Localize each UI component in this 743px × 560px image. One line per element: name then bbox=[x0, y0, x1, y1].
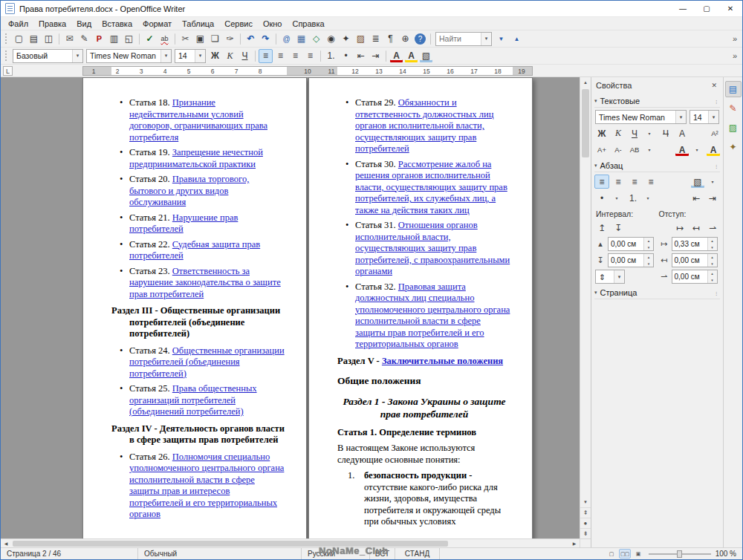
edit-mode-button[interactable]: ✎ bbox=[77, 32, 91, 46]
bold-button[interactable]: Ж bbox=[208, 49, 222, 63]
chevron-down-icon[interactable]: ▾ bbox=[195, 50, 205, 62]
spin-down-icon[interactable]: ▾ bbox=[708, 244, 717, 251]
redo-button[interactable]: ↷ bbox=[259, 32, 273, 46]
sb-bullet-list-button[interactable]: • bbox=[594, 191, 609, 205]
sb-first-line-indent-button[interactable]: ⇀ bbox=[705, 221, 720, 235]
find-replace-button[interactable]: ◉ bbox=[324, 32, 338, 46]
previous-page-button[interactable]: ⇞ bbox=[580, 507, 591, 518]
spin-up-icon[interactable]: ▴ bbox=[708, 270, 717, 277]
email-button[interactable]: ✉ bbox=[62, 32, 77, 46]
align-left-button[interactable]: ≡ bbox=[259, 49, 273, 63]
sb-strikethrough-button[interactable]: Ч bbox=[658, 126, 673, 140]
toolbar-overflow-button[interactable]: » bbox=[730, 51, 740, 60]
hyperlink-button[interactable]: @ bbox=[279, 32, 293, 46]
find-dropdown-arrow[interactable]: ▾ bbox=[481, 33, 491, 45]
status-page-style[interactable]: Обычный bbox=[138, 548, 302, 559]
sb-italic-button[interactable]: К bbox=[611, 126, 626, 140]
menu-window[interactable]: Окно bbox=[258, 18, 288, 30]
pdf-export-button[interactable]: P bbox=[92, 32, 106, 46]
sb-align-right-button[interactable]: ≡ bbox=[627, 175, 642, 189]
document-page-left[interactable]: Статья 18. Признание недействительными у… bbox=[82, 77, 307, 547]
sb-character-spacing-options-button[interactable]: ▾ bbox=[642, 143, 657, 157]
maximize-button[interactable]: ▢ bbox=[695, 1, 718, 16]
toc-link[interactable]: Заключительные положения bbox=[382, 356, 503, 366]
sidebar-tab-styles[interactable]: ✎ bbox=[725, 100, 742, 117]
chevron-down-icon[interactable]: ▾ bbox=[675, 111, 686, 123]
navigator-button[interactable]: ✦ bbox=[339, 32, 353, 46]
scroll-down-button[interactable]: ▼ bbox=[580, 497, 591, 507]
chevron-down-icon[interactable]: ▾ bbox=[160, 50, 171, 62]
sb-font-color-options-button[interactable]: ▾ bbox=[690, 143, 704, 157]
sb-numbered-list-options-button[interactable]: ▾ bbox=[640, 191, 655, 205]
align-right-button[interactable]: ≡ bbox=[288, 49, 302, 63]
chevron-down-icon[interactable]: ▾ bbox=[708, 111, 718, 123]
single-page-view-button[interactable]: ▢ bbox=[606, 549, 617, 559]
new-document-button[interactable]: ▢ bbox=[12, 32, 26, 46]
menu-help[interactable]: Справка bbox=[287, 18, 329, 30]
align-justify-button[interactable]: ≡ bbox=[303, 49, 317, 63]
minimize-button[interactable]: — bbox=[671, 1, 695, 16]
find-input[interactable] bbox=[436, 34, 481, 43]
section-header-character[interactable]: ▾ Текстовые ⋮ bbox=[594, 95, 720, 108]
sb-indent-increase-button[interactable]: ↦ bbox=[672, 221, 687, 235]
page-more-options-button[interactable]: ⋮ bbox=[712, 290, 720, 296]
zoom-level[interactable]: 100 % bbox=[716, 550, 742, 558]
sb-indent-decrease-button[interactable]: ↤ bbox=[689, 221, 704, 235]
sb-bold-button[interactable]: Ж bbox=[594, 126, 609, 140]
sb-font-color-button[interactable]: А bbox=[675, 143, 690, 157]
menu-edit[interactable]: Правка bbox=[33, 18, 71, 30]
indent-after-spinner[interactable]: 0,00 см ▴▾ bbox=[672, 253, 718, 267]
horizontal-scrollbar[interactable]: ◀ ▶ bbox=[1, 538, 580, 547]
spin-up-icon[interactable]: ▴ bbox=[644, 238, 653, 244]
sb-align-center-button[interactable]: ≡ bbox=[611, 175, 626, 189]
print-button[interactable]: ▥ bbox=[107, 32, 121, 46]
horizontal-scroll-track[interactable] bbox=[11, 539, 569, 547]
sb-superscript-button[interactable]: А² bbox=[707, 126, 722, 140]
open-button[interactable]: ▤ bbox=[27, 32, 41, 46]
paragraph-style-combo[interactable]: Базовый ▾ bbox=[13, 49, 83, 63]
copy-button[interactable]: ▣ bbox=[193, 32, 207, 46]
bullet-list-button[interactable]: • bbox=[339, 49, 353, 63]
status-page-number[interactable]: Страница 2 / 46 bbox=[1, 548, 138, 559]
help-button[interactable]: ? bbox=[415, 33, 426, 45]
navigation-button[interactable]: ● bbox=[580, 518, 591, 528]
sb-decrease-indent-button[interactable]: ⇤ bbox=[689, 191, 704, 205]
sidebar-tab-properties[interactable]: ▤ bbox=[725, 81, 742, 97]
save-button[interactable]: ◫ bbox=[42, 32, 56, 46]
sb-underline-button[interactable]: Ч bbox=[627, 126, 642, 140]
next-page-button[interactable]: ⇟ bbox=[580, 528, 591, 538]
section-header-page[interactable]: ▾ Страница ⋮ bbox=[594, 287, 720, 299]
font-color-button[interactable]: А bbox=[389, 49, 403, 63]
spin-up-icon[interactable]: ▴ bbox=[708, 238, 717, 244]
toolbar-handle[interactable] bbox=[5, 33, 8, 44]
cut-button[interactable]: ✂ bbox=[178, 32, 192, 46]
first-line-indent-spinner[interactable]: 0,00 см ▴▾ bbox=[672, 270, 718, 284]
sb-align-justify-button[interactable]: ≡ bbox=[643, 175, 658, 189]
font-size-combo[interactable]: 14 ▾ bbox=[175, 49, 206, 63]
zoom-button[interactable]: ⊕ bbox=[398, 32, 412, 46]
tab-stop-selector[interactable]: L bbox=[3, 66, 13, 76]
character-more-options-button[interactable]: ⋮ bbox=[712, 99, 720, 104]
chevron-down-icon[interactable]: ▾ bbox=[72, 50, 82, 62]
gallery-button[interactable]: ▨ bbox=[354, 32, 368, 46]
paragraph-more-options-button[interactable]: ⋮ bbox=[712, 163, 720, 169]
autospellcheck-button[interactable]: ab bbox=[158, 32, 172, 46]
horizontal-ruler[interactable]: 1234567810111213141516171819 bbox=[82, 66, 533, 76]
spin-down-icon[interactable]: ▾ bbox=[644, 244, 653, 251]
sb-spacing-above-button[interactable]: ↥ bbox=[594, 221, 609, 235]
underline-button[interactable]: Ч bbox=[238, 49, 252, 63]
table-button[interactable]: ▦ bbox=[294, 32, 308, 46]
spin-up-icon[interactable]: ▴ bbox=[644, 254, 653, 261]
section-header-paragraph[interactable]: ▾ Абзац ⋮ bbox=[594, 160, 720, 172]
sidebar-close-button[interactable]: ✕ bbox=[710, 80, 718, 91]
menu-format[interactable]: Формат bbox=[137, 18, 177, 30]
sb-bullet-list-options-button[interactable]: ▾ bbox=[609, 191, 624, 205]
menu-table[interactable]: Таблица bbox=[177, 18, 219, 30]
zoom-slider-thumb[interactable] bbox=[677, 550, 682, 558]
highlighting-button[interactable]: А bbox=[404, 49, 418, 63]
menu-view[interactable]: Вид bbox=[71, 18, 97, 30]
increase-indent-button[interactable]: ⇥ bbox=[369, 49, 383, 63]
toolbar-overflow-button[interactable]: » bbox=[730, 34, 740, 43]
numbered-list-button[interactable]: 1. bbox=[324, 49, 338, 63]
line-spacing-combo[interactable]: ⇕ ▾ bbox=[595, 270, 625, 284]
